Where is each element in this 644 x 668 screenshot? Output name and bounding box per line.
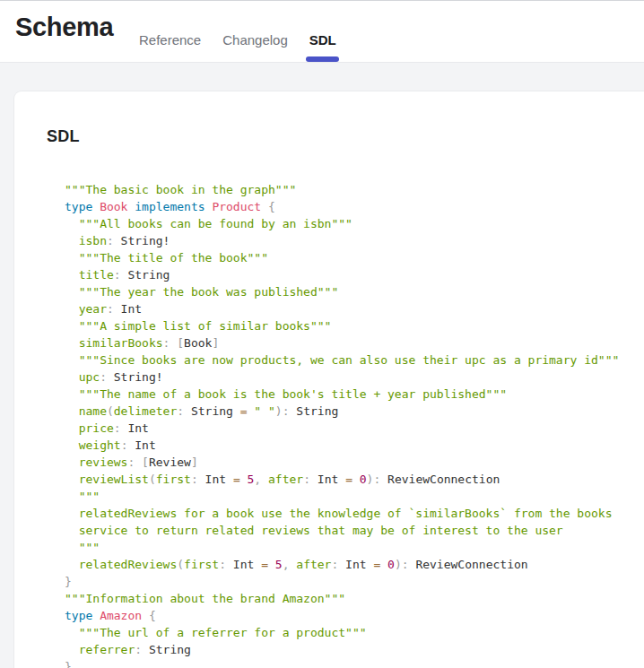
tab-reference[interactable]: Reference [139,33,201,47]
code-line: relatedReviews for a book use the knowle… [65,505,644,522]
code-line: price: Int [65,420,644,437]
code-line: """A simple list of similar books""" [65,317,644,334]
code-line: """Information about the brand Amazon""" [65,590,644,607]
code-line: referrer: String [65,641,644,658]
code-line: """All books can be found by an isbn""" [65,215,644,232]
code-line: reviewList(first: Int = 5, after: Int = … [65,471,644,488]
code-line: """ [65,488,644,505]
sdl-heading: SDL [47,127,644,146]
code-line: year: Int [65,300,644,317]
code-line: """The name of a book is the book's titl… [65,386,644,403]
code-line: similarBooks: [Book] [65,334,644,351]
tab-changelog[interactable]: Changelog [222,33,288,47]
code-line: """The year the book was published""" [65,283,644,300]
code-line: """The title of the book""" [65,249,644,266]
code-line: } [65,658,644,668]
code-line: title: String [65,266,644,283]
code-line: type Amazon { [65,607,644,624]
code-line: service to return related reviews that m… [65,522,644,539]
tab-bar: Reference Changelog SDL [139,1,336,62]
code-line: weight: Int [65,437,644,454]
code-line: type Book implements Product { [65,198,644,215]
code-line: """ [65,539,644,556]
sdl-code: """The basic book in the graph"""type Bo… [65,181,644,668]
content-area: SDL """The basic book in the graph"""typ… [0,63,644,668]
code-line: isbn: String! [65,232,644,249]
page-title: Schema [15,13,113,42]
header: Schema Reference Changelog SDL [0,0,644,63]
tab-sdl[interactable]: SDL [309,33,336,47]
code-line: """The basic book in the graph""" [65,181,644,198]
code-line: relatedReviews(first: Int = 5, after: In… [65,556,644,573]
code-line: """The url of a referrer for a product""… [65,624,644,641]
code-line: reviews: [Review] [65,454,644,471]
content-card: SDL """The basic book in the graph"""typ… [14,91,644,668]
code-line: upc: String! [65,369,644,386]
code-line: """Since books are now products, we can … [65,351,644,369]
code-line: name(delimeter: String = " "): String [65,403,644,420]
code-line: } [65,573,644,590]
